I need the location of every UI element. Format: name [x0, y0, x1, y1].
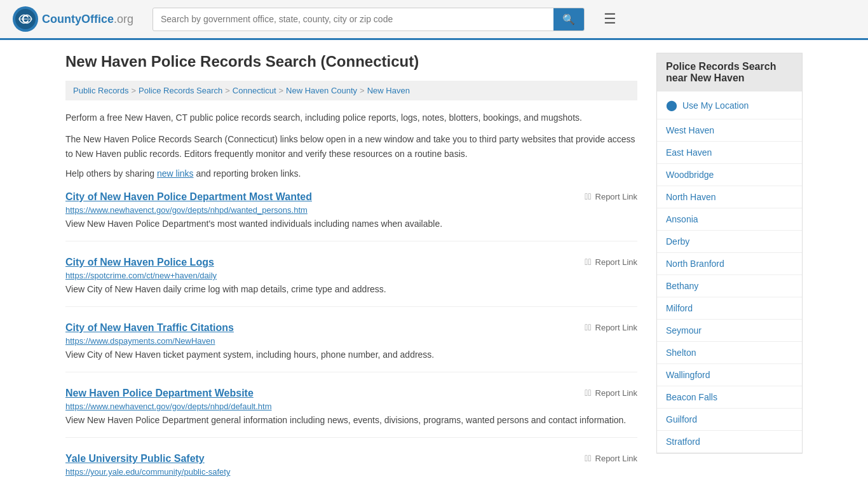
- sidebar-box: Police Records Search near New Haven ⬤ U…: [656, 53, 803, 454]
- sidebar-link-east-haven[interactable]: East Haven: [657, 142, 802, 163]
- sidebar-list-item: Wallingford: [657, 364, 802, 386]
- sidebar-list-item: North Branford: [657, 253, 802, 275]
- page-title: New Haven Police Records Search (Connect…: [65, 53, 637, 71]
- sidebar-link-wallingford[interactable]: Wallingford: [657, 364, 802, 386]
- result-url-4[interactable]: https://your.yale.edu/community/public-s…: [65, 467, 637, 477]
- report-icon-2: ✖⃝: [585, 322, 591, 332]
- report-label-4: Report Link: [595, 454, 637, 463]
- result-url-0[interactable]: https://www.newhavenct.gov/gov/depts/nhp…: [65, 205, 637, 215]
- description-para2: The New Haven Police Records Search (Con…: [65, 132, 637, 161]
- logo[interactable]: C CountyOffice.org: [13, 6, 140, 32]
- location-icon: ⬤: [666, 99, 677, 111]
- result-header: City of New Haven Police Logs ✖⃝ Report …: [65, 257, 637, 268]
- report-label-3: Report Link: [595, 388, 637, 398]
- site-header: C CountyOffice.org 🔍 ☰: [0, 0, 868, 40]
- sidebar-link-seymour[interactable]: Seymour: [657, 320, 802, 341]
- sidebar-link-woodbridge[interactable]: Woodbridge: [657, 164, 802, 186]
- sidebar-link-north-branford[interactable]: North Branford: [657, 253, 802, 274]
- sidebar-list-item: West Haven: [657, 119, 802, 142]
- breadcrumb-new-haven[interactable]: New Haven: [367, 86, 410, 95]
- report-link-1[interactable]: ✖⃝ Report Link: [585, 257, 637, 267]
- sidebar-link-bethany[interactable]: Bethany: [657, 275, 802, 297]
- breadcrumb-sep-3: >: [279, 86, 284, 95]
- description-para1: Perform a free New Haven, CT public poli…: [65, 111, 637, 125]
- sidebar-link-stratford[interactable]: Stratford: [657, 431, 802, 452]
- result-item: New Haven Police Department Website ✖⃝ R…: [65, 388, 637, 438]
- breadcrumb-sep-2: >: [225, 86, 230, 95]
- sidebar-link-milford[interactable]: Milford: [657, 297, 802, 319]
- breadcrumb-public-records[interactable]: Public Records: [73, 86, 128, 95]
- result-desc-1: View City of New Haven daily crime log w…: [65, 283, 637, 296]
- search-input[interactable]: [153, 9, 553, 29]
- result-url-1[interactable]: https://spotcrime.com/ct/new+haven/daily: [65, 271, 637, 280]
- report-label-2: Report Link: [595, 323, 637, 332]
- sidebar-link-derby[interactable]: Derby: [657, 231, 802, 252]
- result-item: Yale University Public Safety ✖⃝ Report …: [65, 453, 637, 488]
- sidebar-list-item: North Haven: [657, 186, 802, 208]
- sidebar-link-west-haven[interactable]: West Haven: [657, 119, 802, 141]
- breadcrumb-police-records-search[interactable]: Police Records Search: [139, 86, 222, 95]
- results-list: City of New Haven Police Department Most…: [65, 191, 637, 488]
- report-link-0[interactable]: ✖⃝ Report Link: [585, 191, 637, 201]
- result-title-3[interactable]: New Haven Police Department Website: [65, 388, 254, 399]
- logo-icon: C: [13, 6, 38, 32]
- result-title-2[interactable]: City of New Haven Traffic Citations: [65, 322, 234, 334]
- sidebar-list-item: Woodbridge: [657, 164, 802, 186]
- report-icon-0: ✖⃝: [585, 191, 591, 201]
- sidebar-link-north-haven[interactable]: North Haven: [657, 186, 802, 208]
- sidebar: Police Records Search near New Haven ⬤ U…: [656, 53, 803, 488]
- sidebar-list-item: Milford: [657, 297, 802, 320]
- main-container: New Haven Police Records Search (Connect…: [53, 40, 815, 488]
- result-header: City of New Haven Police Department Most…: [65, 191, 637, 203]
- sidebar-list-item: Bethany: [657, 275, 802, 297]
- breadcrumb-new-haven-county[interactable]: New Haven County: [286, 86, 357, 95]
- result-desc-2: View City of New Haven ticket payment sy…: [65, 348, 637, 362]
- result-url-2[interactable]: https://www.dspayments.com/NewHaven: [65, 336, 637, 346]
- hamburger-icon: ☰: [604, 11, 616, 27]
- result-item: City of New Haven Police Department Most…: [65, 191, 637, 241]
- content-area: New Haven Police Records Search (Connect…: [65, 53, 637, 488]
- sidebar-title: Police Records Search near New Haven: [657, 53, 802, 92]
- share-line: Help others by sharing new links and rep…: [65, 168, 637, 179]
- report-link-3[interactable]: ✖⃝ Report Link: [585, 388, 637, 398]
- search-icon: 🔍: [562, 14, 575, 25]
- breadcrumb-sep-1: >: [131, 86, 136, 95]
- sidebar-list-item: Stratford: [657, 431, 802, 453]
- sidebar-list-item: Beacon Falls: [657, 386, 802, 409]
- search-button[interactable]: 🔍: [553, 8, 584, 30]
- sidebar-list-item: Seymour: [657, 320, 802, 342]
- result-header: Yale University Public Safety ✖⃝ Report …: [65, 453, 637, 464]
- report-link-2[interactable]: ✖⃝ Report Link: [585, 322, 637, 332]
- result-desc-3: View New Haven Police Department general…: [65, 414, 637, 427]
- result-header: New Haven Police Department Website ✖⃝ R…: [65, 388, 637, 399]
- result-item: City of New Haven Police Logs ✖⃝ Report …: [65, 257, 637, 307]
- search-bar[interactable]: 🔍: [153, 8, 585, 31]
- result-title-0[interactable]: City of New Haven Police Department Most…: [65, 191, 312, 203]
- sidebar-list-item: East Haven: [657, 142, 802, 164]
- sidebar-list-item: Derby: [657, 231, 802, 253]
- report-icon-3: ✖⃝: [585, 388, 591, 398]
- use-my-location[interactable]: ⬤ Use My Location: [657, 92, 802, 119]
- breadcrumb-connecticut[interactable]: Connecticut: [233, 86, 276, 95]
- new-links-link[interactable]: new links: [157, 168, 194, 179]
- sidebar-nearby-list: West HavenEast HavenWoodbridgeNorth Have…: [657, 119, 802, 453]
- breadcrumb: Public Records > Police Records Search >…: [65, 81, 637, 100]
- result-url-3[interactable]: https://www.newhavenct.gov/gov/depts/nhp…: [65, 402, 637, 411]
- report-link-4[interactable]: ✖⃝ Report Link: [585, 453, 637, 463]
- result-title-4[interactable]: Yale University Public Safety: [65, 453, 205, 464]
- result-title-1[interactable]: City of New Haven Police Logs: [65, 257, 214, 268]
- report-icon-1: ✖⃝: [585, 257, 591, 267]
- sidebar-link-guilford[interactable]: Guilford: [657, 409, 802, 430]
- menu-button[interactable]: ☰: [604, 11, 616, 27]
- result-header: City of New Haven Traffic Citations ✖⃝ R…: [65, 322, 637, 334]
- breadcrumb-sep-4: >: [360, 86, 365, 95]
- sidebar-list-item: Shelton: [657, 342, 802, 364]
- sidebar-link-ansonia[interactable]: Ansonia: [657, 208, 802, 230]
- sidebar-list-item: Guilford: [657, 409, 802, 431]
- sidebar-link-shelton[interactable]: Shelton: [657, 342, 802, 363]
- share-text: Help others by sharing: [65, 168, 157, 179]
- use-location-label: Use My Location: [682, 100, 749, 111]
- sidebar-link-beacon-falls[interactable]: Beacon Falls: [657, 386, 802, 408]
- report-icon-4: ✖⃝: [585, 453, 591, 463]
- report-label-0: Report Link: [595, 192, 637, 201]
